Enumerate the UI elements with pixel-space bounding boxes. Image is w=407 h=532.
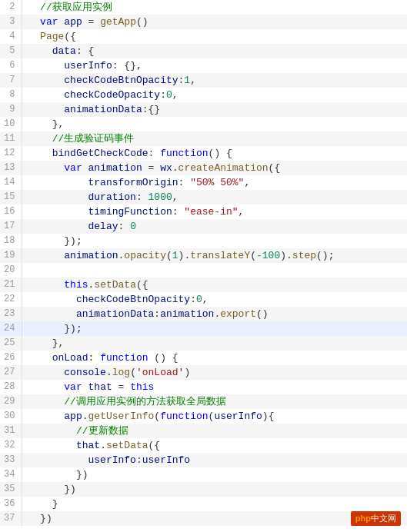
code-line-8: 8 checkCodeOpacity:0, — [0, 88, 407, 102]
line-content: onLoad: function () { — [22, 351, 407, 365]
line-number: 36 — [0, 497, 22, 511]
line-content: //生成验证码事件 — [22, 131, 407, 146]
watermark: php中文网 — [351, 511, 401, 526]
line-number: 5 — [0, 44, 22, 58]
code-line-33: 33 userInfo:userInfo — [0, 453, 407, 467]
line-number: 6 — [0, 58, 22, 73]
line-number: 27 — [0, 365, 22, 380]
line-content: }, — [22, 336, 407, 351]
code-line-2: 2 //获取应用实例 — [0, 0, 407, 15]
line-content: }, — [22, 117, 407, 131]
line-content: //调用应用实例的方法获取全局数据 — [22, 394, 407, 409]
line-number: 3 — [0, 15, 22, 29]
line-number: 9 — [0, 102, 22, 117]
code-line-36: 36 } — [0, 497, 407, 511]
code-line-19: 19 animation.opacity(1).translateY(-100)… — [0, 248, 407, 263]
code-line-29: 29 //调用应用实例的方法获取全局数据 — [0, 394, 407, 409]
line-number: 37 — [0, 511, 22, 526]
code-line-28: 28 var that = this — [0, 380, 407, 394]
code-line-15: 15 duration: 1000, — [0, 190, 407, 204]
line-content: //更新数据 — [22, 424, 407, 438]
code-line-12: 12 bindGetCheckCode: function() { — [0, 146, 407, 161]
line-content: }) — [22, 467, 407, 482]
code-line-13: 13 var animation = wx.createAnimation({ — [0, 161, 407, 175]
line-content: //获取应用实例 — [22, 0, 407, 15]
code-line-24: 24 }); — [0, 321, 407, 336]
line-number: 21 — [0, 278, 22, 292]
line-content: delay: 0 — [22, 219, 407, 234]
code-line-17: 17 delay: 0 — [0, 219, 407, 234]
line-content: }); — [22, 234, 407, 248]
line-content: }); — [22, 321, 407, 336]
line-content: checkCodeOpacity:0, — [22, 88, 407, 102]
code-line-18: 18 }); — [0, 234, 407, 248]
code-line-26: 26 onLoad: function () { — [0, 351, 407, 365]
code-line-7: 7 checkCodeBtnOpacity:1, — [0, 73, 407, 88]
line-content: that.setData({ — [22, 438, 407, 453]
line-content: data: { — [22, 44, 407, 58]
line-content: timingFunction: "ease-in", — [22, 204, 407, 219]
line-number: 12 — [0, 146, 22, 161]
code-line-34: 34 }) — [0, 467, 407, 482]
line-content: Page({ — [22, 29, 407, 44]
code-line-31: 31 //更新数据 — [0, 424, 407, 438]
code-line-6: 6 userInfo: {}, — [0, 58, 407, 73]
code-line-25: 25 }, — [0, 336, 407, 351]
line-content: var that = this — [22, 380, 407, 394]
code-line-11: 11 //生成验证码事件 — [0, 131, 407, 146]
line-content: checkCodeBtnOpacity:0, — [22, 292, 407, 307]
line-number: 24 — [0, 321, 22, 336]
line-content: var animation = wx.createAnimation({ — [22, 161, 407, 175]
line-number: 35 — [0, 482, 22, 497]
line-number: 23 — [0, 307, 22, 321]
line-number: 10 — [0, 117, 22, 131]
line-number: 30 — [0, 409, 22, 424]
code-line-22: 22 checkCodeBtnOpacity:0, — [0, 292, 407, 307]
watermark-php: php — [355, 514, 371, 523]
line-number: 33 — [0, 453, 22, 467]
line-number: 15 — [0, 190, 22, 204]
line-number: 20 — [0, 263, 22, 278]
line-number: 34 — [0, 467, 22, 482]
line-number: 17 — [0, 219, 22, 234]
line-content: }) — [22, 511, 407, 526]
line-number: 14 — [0, 175, 22, 190]
line-content: checkCodeBtnOpacity:1, — [22, 73, 407, 88]
line-content: transformOrigin: "50% 50%", — [22, 175, 407, 190]
code-line-32: 32 that.setData({ — [0, 438, 407, 453]
line-number: 32 — [0, 438, 22, 453]
line-number: 2 — [0, 0, 22, 15]
watermark-site: 中文网 — [371, 514, 396, 523]
line-number: 4 — [0, 29, 22, 44]
line-content: duration: 1000, — [22, 190, 407, 204]
code-editor: 2 //获取应用实例 3 var app = getApp() 4 Page({… — [0, 0, 407, 532]
code-line-3: 3 var app = getApp() — [0, 15, 407, 29]
line-content: app.getUserInfo(function(userInfo){ — [22, 409, 407, 424]
code-line-9: 9 animationData:{} — [0, 102, 407, 117]
line-content: animationData:animation.export() — [22, 307, 407, 321]
line-number: 19 — [0, 248, 22, 263]
line-number: 7 — [0, 73, 22, 88]
line-number: 29 — [0, 394, 22, 409]
code-line-27: 27 console.log('onLoad') — [0, 365, 407, 380]
line-number: 16 — [0, 204, 22, 219]
line-number: 11 — [0, 131, 22, 146]
code-line-20: 20 — [0, 263, 407, 278]
code-line-23: 23 animationData:animation.export() — [0, 307, 407, 321]
code-line-35: 35 }) — [0, 482, 407, 497]
code-table: 2 //获取应用实例 3 var app = getApp() 4 Page({… — [0, 0, 407, 526]
line-content: animationData:{} — [22, 102, 407, 117]
code-line-4: 4 Page({ — [0, 29, 407, 44]
line-number: 22 — [0, 292, 22, 307]
code-line-37: 37 }) — [0, 511, 407, 526]
line-content: userInfo:userInfo — [22, 453, 407, 467]
line-number: 26 — [0, 351, 22, 365]
line-number: 8 — [0, 88, 22, 102]
line-content: var app = getApp() — [22, 15, 407, 29]
line-content: console.log('onLoad') — [22, 365, 407, 380]
line-content: this.setData({ — [22, 278, 407, 292]
line-content — [22, 263, 407, 278]
line-number: 18 — [0, 234, 22, 248]
code-line-21: 21 this.setData({ — [0, 278, 407, 292]
code-line-30: 30 app.getUserInfo(function(userInfo){ — [0, 409, 407, 424]
